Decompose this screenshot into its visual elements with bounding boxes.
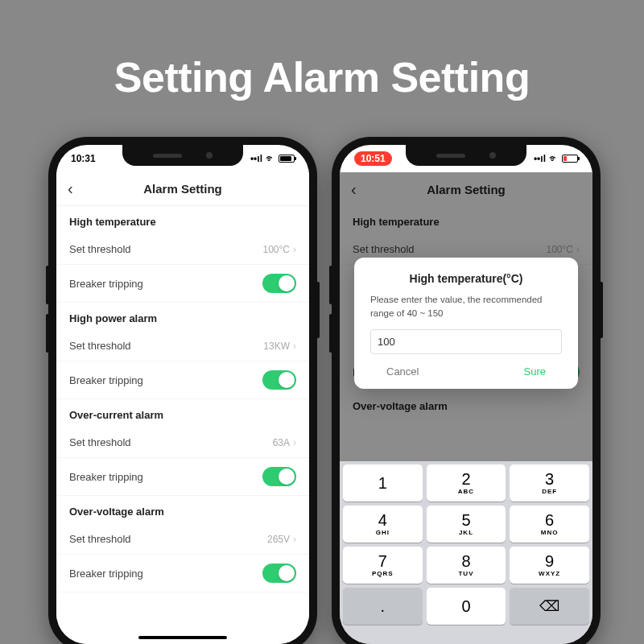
- key-7[interactable]: 7PQRS: [343, 547, 423, 584]
- breaker-toggle[interactable]: [262, 370, 296, 390]
- key-6[interactable]: 6MNO: [510, 506, 589, 543]
- row-value: 63A›: [273, 437, 296, 448]
- key-4[interactable]: 4GHI: [343, 506, 423, 543]
- breaker-row[interactable]: Breaker tripping: [56, 458, 309, 496]
- nav-bar: ‹ Alarm Setting: [56, 172, 309, 206]
- key-1[interactable]: 1: [343, 464, 423, 502]
- chevron-right-icon: ›: [293, 341, 296, 352]
- breaker-toggle[interactable]: [262, 467, 296, 486]
- page-title: Alarm Setting: [143, 182, 222, 196]
- dialog-title: High temperature(°C): [370, 272, 562, 285]
- key-8[interactable]: 8TUV: [427, 547, 506, 584]
- wifi-icon: ᯤ: [266, 153, 275, 164]
- key-5[interactable]: 5JKL: [427, 506, 506, 543]
- home-indicator[interactable]: [138, 636, 227, 639]
- status-time: 10:31: [71, 153, 96, 164]
- section-header: Over-voltage alarm: [56, 496, 309, 524]
- key-0[interactable]: 0: [427, 588, 506, 625]
- back-button[interactable]: ‹: [68, 180, 73, 198]
- modal-overlay[interactable]: High temperature(°C) Please enter the va…: [340, 145, 592, 644]
- sure-button[interactable]: Sure: [524, 365, 546, 378]
- key-2[interactable]: 2ABC: [427, 464, 506, 502]
- row-label: Breaker tripping: [69, 471, 143, 483]
- row-value: 13KW›: [263, 341, 296, 352]
- threshold-row[interactable]: Set threshold13KW›: [56, 331, 309, 361]
- battery-icon: [279, 155, 295, 163]
- chevron-right-icon: ›: [293, 534, 296, 545]
- chevron-right-icon: ›: [293, 437, 296, 448]
- row-label: Set threshold: [69, 533, 131, 545]
- key-9[interactable]: 9WXYZ: [510, 547, 589, 584]
- section-header: High power alarm: [56, 303, 309, 331]
- key-3[interactable]: 3DEF: [510, 464, 589, 502]
- breaker-row[interactable]: Breaker tripping: [56, 265, 309, 303]
- chevron-right-icon: ›: [293, 244, 296, 255]
- numeric-keypad: 12ABC3DEF4GHI5JKL6MNO7PQRS8TUV9WXYZ.0⌫: [340, 461, 592, 644]
- backspace-key[interactable]: ⌫: [510, 588, 589, 625]
- marketing-heading: Setting Alarm Setting: [0, 53, 644, 101]
- row-label: Set threshold: [69, 243, 131, 255]
- row-label: Set threshold: [69, 340, 131, 352]
- dialog-message: Please enter the value, the recommended …: [370, 293, 562, 320]
- breaker-toggle[interactable]: [262, 274, 296, 293]
- key-.[interactable]: .: [343, 588, 423, 625]
- notch: [122, 145, 243, 166]
- signal-icon: ••ıl: [250, 153, 262, 164]
- row-label: Set threshold: [69, 436, 131, 448]
- row-label: Breaker tripping: [69, 568, 143, 580]
- row-label: Breaker tripping: [69, 374, 143, 386]
- threshold-row[interactable]: Set threshold100°C›: [56, 234, 309, 265]
- threshold-input[interactable]: [370, 329, 562, 354]
- section-header: Over-current alarm: [56, 399, 309, 427]
- backspace-icon: ⌫: [539, 597, 559, 615]
- breaker-row[interactable]: Breaker tripping: [56, 555, 309, 592]
- threshold-row[interactable]: Set threshold63A›: [56, 427, 309, 458]
- breaker-toggle[interactable]: [262, 564, 296, 583]
- threshold-dialog: High temperature(°C) Please enter the va…: [354, 258, 578, 389]
- phone-mockup-right: 10:51 ••ıl ᯤ ‹ Alarm Setting High temper…: [332, 137, 601, 644]
- settings-list[interactable]: High temperatureSet threshold100°C›Break…: [56, 206, 309, 644]
- breaker-row[interactable]: Breaker tripping: [56, 361, 309, 399]
- row-label: Breaker tripping: [69, 278, 143, 290]
- row-value: 100°C›: [263, 244, 297, 255]
- cancel-button[interactable]: Cancel: [386, 365, 419, 378]
- threshold-row[interactable]: Set threshold265V›: [56, 524, 309, 555]
- phone-mockup-left: 10:31 ••ıl ᯤ ‹ Alarm Setting High temper…: [48, 137, 317, 644]
- section-header: High temperature: [56, 206, 309, 234]
- row-value: 265V›: [267, 534, 296, 545]
